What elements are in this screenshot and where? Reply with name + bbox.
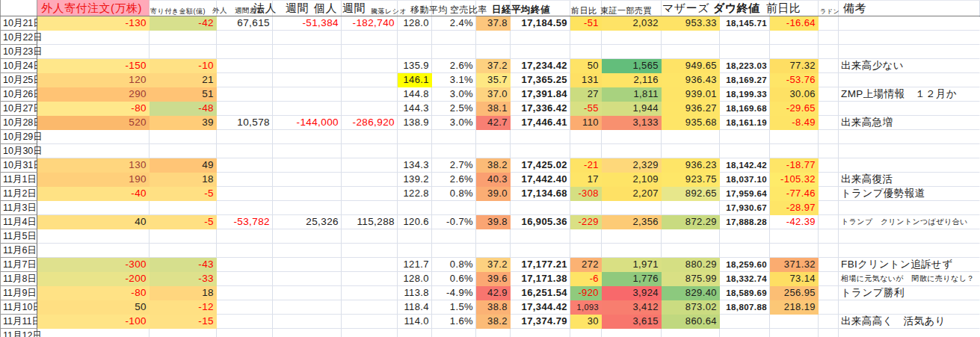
grid-cell-c13[interactable]: 18,199.33 — [720, 87, 770, 102]
grid-cell-c1[interactable]: -80 — [37, 286, 150, 300]
header-shukan-2[interactable]: 週間 — [342, 2, 366, 14]
grid-cell-c8[interactable]: 37.2 — [476, 59, 511, 73]
grid-cell-c10[interactable] — [570, 201, 602, 215]
grid-cell-c14[interactable]: 30.06 — [770, 87, 819, 102]
grid-cell-c2[interactable] — [150, 31, 217, 45]
grid-cell-c1[interactable]: -130 — [37, 16, 150, 31]
grid-cell-c16[interactable]: トランプ クリントンつばぜり合い — [839, 215, 980, 229]
grid-cell-c9[interactable] — [511, 31, 570, 45]
grid-cell-c12[interactable]: 880.29 — [662, 258, 720, 272]
grid-cell-c3[interactable] — [217, 59, 273, 73]
grid-cell-c15[interactable] — [819, 59, 839, 73]
grid-cell-c16[interactable] — [839, 229, 980, 244]
grid-cell-c12[interactable] — [662, 130, 720, 144]
grid-cell-c14[interactable]: -8.49 — [770, 116, 819, 130]
grid-cell-c13[interactable]: 17,888.28 — [720, 215, 770, 229]
grid-cell-c9[interactable] — [511, 130, 570, 144]
grid-cell-c15[interactable] — [819, 329, 839, 337]
grid-cell-c8[interactable]: 38.1 — [476, 102, 511, 116]
row-date[interactable]: 11月7日 — [0, 258, 37, 272]
grid-cell-c12[interactable]: 829.40 — [662, 286, 720, 300]
grid-cell-c2[interactable]: -12 — [150, 300, 217, 315]
grid-cell-c16[interactable]: トランプ勝利 — [839, 286, 980, 300]
grid-cell-c7[interactable] — [432, 229, 476, 244]
grid-cell-c8[interactable] — [476, 229, 511, 244]
grid-cell-c8[interactable]: 37.8 — [476, 16, 511, 31]
grid-cell-c11[interactable]: 2,356 — [602, 215, 662, 229]
grid-cell-c12[interactable]: 939.01 — [662, 87, 720, 102]
grid-cell-c3[interactable] — [217, 130, 273, 144]
grid-cell-c12[interactable] — [662, 244, 720, 258]
grid-cell-c11[interactable]: 3,133 — [602, 116, 662, 130]
grid-cell-c16[interactable] — [839, 300, 980, 315]
grid-cell-c1[interactable] — [37, 31, 150, 45]
grid-cell-c6[interactable]: 144.3 — [398, 102, 432, 116]
grid-cell-c3[interactable] — [217, 31, 273, 45]
grid-cell-c5[interactable] — [342, 87, 398, 102]
grid-cell-c2[interactable]: 39 — [150, 116, 217, 130]
grid-cell-c14[interactable]: -42.39 — [770, 215, 819, 229]
grid-cell-c9[interactable]: 16,905.36 — [511, 215, 570, 229]
grid-cell-c16[interactable] — [839, 244, 980, 258]
grid-cell-c5[interactable] — [342, 258, 398, 272]
grid-cell-c13[interactable]: 18,169.27 — [720, 73, 770, 87]
grid-cell-c4[interactable]: -144,000 — [273, 116, 342, 130]
grid-cell-c7[interactable]: 2.6% — [432, 59, 476, 73]
grid-cell-c12[interactable] — [662, 229, 720, 244]
grid-cell-c15[interactable] — [819, 87, 839, 102]
grid-cell-c14[interactable]: -53.76 — [770, 73, 819, 87]
grid-cell-c15[interactable] — [819, 144, 839, 158]
grid-cell-c8[interactable]: 39.8 — [476, 215, 511, 229]
header-nikkei-close[interactable]: 日経平均終値 — [492, 4, 550, 16]
grid-cell-c15[interactable] — [819, 45, 839, 59]
grid-cell-c6[interactable]: 122.8 — [398, 187, 432, 201]
grid-cell-c13[interactable]: 18,037.10 — [720, 173, 770, 187]
grid-cell-c6[interactable]: 114.0 — [398, 315, 432, 329]
grid-cell-c7[interactable]: 2.7% — [432, 158, 476, 173]
grid-cell-c4[interactable] — [273, 272, 342, 286]
row-date[interactable]: 10月26日 — [0, 87, 37, 102]
grid-cell-c16[interactable] — [839, 130, 980, 144]
grid-cell-c2[interactable] — [150, 201, 217, 215]
grid-cell-c2[interactable] — [150, 144, 217, 158]
header-hojin[interactable]: 法人 — [253, 2, 277, 14]
grid-cell-c7[interactable]: 0.8% — [432, 187, 476, 201]
grid-cell-c8[interactable] — [476, 45, 511, 59]
header-opening-amount[interactable]: 寄り付き金額(億) — [150, 5, 206, 17]
grid-cell-c11[interactable]: 2,116 — [602, 73, 662, 87]
grid-cell-c16[interactable] — [839, 144, 980, 158]
grid-cell-c10[interactable] — [570, 144, 602, 158]
grid-cell-c3[interactable] — [217, 329, 273, 337]
grid-cell-c14[interactable] — [770, 45, 819, 59]
grid-cell-c3[interactable] — [217, 187, 273, 201]
grid-cell-c13[interactable]: 18,161.19 — [720, 116, 770, 130]
grid-cell-c10[interactable]: 272 — [570, 258, 602, 272]
grid-cell-c14[interactable] — [770, 229, 819, 244]
grid-cell-c11[interactable] — [602, 229, 662, 244]
grid-cell-c11[interactable] — [602, 31, 662, 45]
grid-cell-c14[interactable]: -16.64 — [770, 16, 819, 31]
grid-cell-c12[interactable] — [662, 144, 720, 158]
grid-cell-c15[interactable] — [819, 286, 839, 300]
grid-cell-c15[interactable] — [819, 244, 839, 258]
grid-cell-c10[interactable] — [570, 31, 602, 45]
grid-cell-c2[interactable]: 21 — [150, 73, 217, 87]
grid-cell-c15[interactable] — [819, 258, 839, 272]
grid-cell-c2[interactable]: -43 — [150, 258, 217, 272]
grid-cell-c7[interactable] — [432, 31, 476, 45]
grid-cell-c4[interactable] — [273, 201, 342, 215]
header-short-sell-ratio[interactable]: 空売比率 — [450, 4, 487, 16]
grid-cell-c14[interactable]: 371.32 — [770, 258, 819, 272]
grid-cell-c5[interactable]: 115,288 — [342, 215, 398, 229]
grid-cell-c16[interactable]: 出来高高く 活気あり — [839, 315, 980, 329]
row-date[interactable]: 10月31日 — [0, 158, 37, 173]
grid-cell-c5[interactable]: -286,920 — [342, 116, 398, 130]
grid-cell-c11[interactable]: 2,207 — [602, 187, 662, 201]
grid-cell-c3[interactable] — [217, 315, 273, 329]
grid-cell-c8[interactable] — [476, 329, 511, 337]
grid-cell-c15[interactable] — [819, 272, 839, 286]
grid-cell-c4[interactable] — [273, 244, 342, 258]
grid-cell-c1[interactable]: 120 — [37, 73, 150, 87]
grid-cell-c3[interactable] — [217, 201, 273, 215]
grid-cell-c7[interactable]: 3.0% — [432, 116, 476, 130]
